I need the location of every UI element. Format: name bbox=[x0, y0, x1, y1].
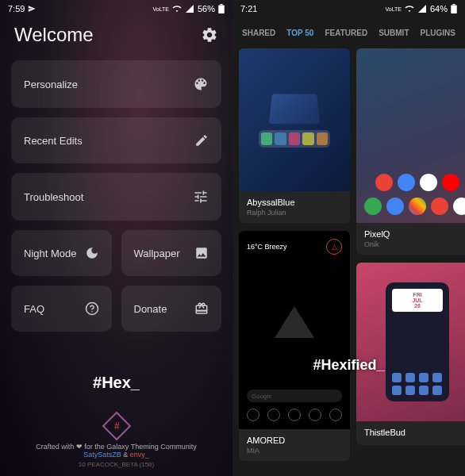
faq-button[interactable]: FAQ bbox=[11, 286, 112, 332]
status-bar: 7:59 VoLTE 56% bbox=[0, 0, 232, 17]
menu-label: Personalize bbox=[24, 79, 78, 90]
tab-plugins[interactable]: PLUGINS bbox=[419, 25, 457, 40]
theme-preview: FRI JUL 26 bbox=[356, 263, 465, 421]
theme-gallery: AbyssalBlue Ralph Julian 16°C Breezy △ G… bbox=[232, 48, 465, 469]
network-label: VoLTE bbox=[152, 6, 169, 12]
header: Welcome bbox=[0, 17, 232, 60]
tab-bar: SHARED TOP 50 FEATURED SUBMIT PLUGINS bbox=[232, 17, 465, 48]
battery-percent: 56% bbox=[198, 4, 215, 13]
personalize-button[interactable]: Personalize bbox=[11, 60, 221, 108]
recent-edits-button[interactable]: Recent Edits bbox=[11, 117, 221, 163]
page-title: Welcome bbox=[14, 24, 94, 46]
pencil-icon bbox=[194, 133, 209, 148]
signal-icon bbox=[185, 4, 194, 13]
menu-label: Night Mode bbox=[24, 248, 76, 259]
brand-title: #Hex_ bbox=[8, 374, 225, 392]
tab-submit[interactable]: SUBMIT bbox=[377, 25, 410, 40]
theme-preview bbox=[356, 48, 465, 223]
theme-author: MIA bbox=[247, 447, 342, 455]
brand-footer: #Hex_ # Crafted with ❤ for the Galaxy Th… bbox=[0, 366, 232, 476]
theme-preview bbox=[239, 48, 350, 191]
battery-icon bbox=[218, 4, 225, 13]
theme-card-amored[interactable]: 16°C Breezy △ Google AMORED MIA bbox=[239, 231, 350, 461]
help-icon bbox=[85, 301, 99, 316]
night-mode-button[interactable]: Night Mode bbox=[11, 230, 112, 276]
credit-text: Crafted with ❤ for the Galaxy Theming Co… bbox=[8, 443, 225, 459]
menu-label: FAQ bbox=[24, 303, 44, 315]
tab-top50[interactable]: TOP 50 bbox=[285, 25, 315, 40]
author-link-1[interactable]: SatySatsZB bbox=[83, 451, 121, 459]
theme-name: ThistleBud bbox=[364, 428, 465, 437]
moon-icon bbox=[85, 246, 99, 260]
wifi-icon bbox=[405, 4, 414, 13]
theme-card-pixelq[interactable]: PixelQ Onik bbox=[356, 48, 465, 255]
svg-rect-0 bbox=[218, 6, 225, 14]
hexified-app-screen: 7:21 VoLTE 64% SHARED TOP 50 FEATURED SU… bbox=[232, 0, 465, 476]
gear-icon bbox=[201, 26, 218, 44]
hex-logo-icon: # bbox=[102, 412, 131, 441]
troubleshoot-button[interactable]: Troubleshoot bbox=[11, 173, 221, 221]
menu-label: Troubleshoot bbox=[24, 191, 83, 203]
sliders-icon bbox=[193, 189, 209, 205]
network-label: VoLTE bbox=[385, 6, 402, 12]
hex-app-screen: 7:59 VoLTE 56% Welcome Personalize Recen… bbox=[0, 0, 232, 476]
theme-card-thistlebud[interactable]: FRI JUL 26 ThistleBud bbox=[356, 263, 465, 445]
theme-name: AbyssalBlue bbox=[247, 198, 342, 207]
gift-icon bbox=[194, 301, 209, 316]
settings-button[interactable] bbox=[201, 26, 218, 44]
donate-button[interactable]: Donate bbox=[121, 286, 222, 332]
wifi-icon bbox=[172, 4, 182, 13]
wallpaper-button[interactable]: Wallpaper bbox=[121, 230, 222, 276]
battery-icon bbox=[451, 4, 457, 13]
send-icon bbox=[28, 5, 36, 13]
status-bar: 7:21 VoLTE 64% bbox=[232, 0, 465, 17]
palette-icon bbox=[193, 76, 209, 92]
theme-preview: 16°C Breezy △ Google bbox=[239, 231, 350, 429]
battery-percent: 64% bbox=[430, 4, 448, 13]
status-time: 7:21 bbox=[240, 4, 257, 13]
svg-rect-5 bbox=[453, 4, 455, 6]
status-time: 7:59 bbox=[8, 4, 25, 13]
menu-label: Wallpaper bbox=[134, 248, 180, 259]
brand-title: #Hexified_ bbox=[313, 357, 384, 374]
menu-label: Recent Edits bbox=[24, 135, 83, 147]
image-icon bbox=[194, 246, 209, 260]
theme-name: PixelQ bbox=[364, 229, 465, 239]
menu-label: Donate bbox=[134, 303, 167, 315]
version-label: 10 PEACOCK_BETA (158) bbox=[8, 461, 225, 468]
tab-featured[interactable]: FEATURED bbox=[323, 25, 369, 40]
signal-icon bbox=[417, 4, 427, 13]
theme-name: AMORED bbox=[247, 436, 342, 445]
theme-author: Onik bbox=[364, 240, 465, 248]
svg-rect-4 bbox=[451, 6, 457, 14]
author-link-2[interactable]: envy_ bbox=[130, 451, 149, 459]
theme-author: Ralph Julian bbox=[247, 209, 342, 217]
tab-shared[interactable]: SHARED bbox=[240, 25, 277, 40]
svg-rect-1 bbox=[221, 4, 223, 6]
theme-card-abyssalblue[interactable]: AbyssalBlue Ralph Julian bbox=[239, 48, 350, 223]
menu-list: Personalize Recent Edits Troubleshoot Ni… bbox=[0, 60, 232, 341]
